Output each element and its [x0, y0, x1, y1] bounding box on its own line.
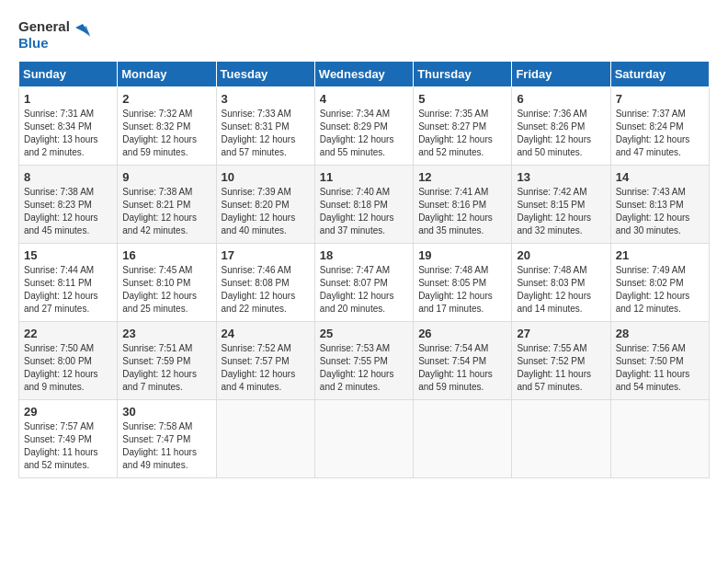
- weekday-header-saturday: Saturday: [610, 62, 709, 87]
- logo-text: GeneralBlue: [18, 18, 70, 52]
- logo: GeneralBlue: [18, 18, 92, 52]
- calendar-cell-28: 28Sunrise: 7:56 AMSunset: 7:50 PMDayligh…: [610, 322, 709, 400]
- calendar-cell-empty: [512, 400, 610, 478]
- calendar-table: SundayMondayTuesdayWednesdayThursdayFrid…: [18, 61, 710, 478]
- weekday-header-thursday: Thursday: [414, 62, 512, 87]
- weekday-header-wednesday: Wednesday: [314, 62, 413, 87]
- calendar-cell-21: 21Sunrise: 7:49 AMSunset: 8:02 PMDayligh…: [610, 244, 709, 322]
- calendar-cell-16: 16Sunrise: 7:45 AMSunset: 8:10 PMDayligh…: [118, 244, 216, 322]
- calendar-cell-empty: [610, 400, 709, 478]
- calendar-cell-12: 12Sunrise: 7:41 AMSunset: 8:16 PMDayligh…: [414, 166, 512, 244]
- calendar-week-1: 1Sunrise: 7:31 AMSunset: 8:34 PMDaylight…: [19, 87, 710, 166]
- calendar-cell-13: 13Sunrise: 7:42 AMSunset: 8:15 PMDayligh…: [512, 166, 610, 244]
- calendar-week-4: 22Sunrise: 7:50 AMSunset: 8:00 PMDayligh…: [19, 322, 710, 400]
- calendar-cell-22: 22Sunrise: 7:50 AMSunset: 8:00 PMDayligh…: [19, 322, 118, 400]
- calendar-cell-10: 10Sunrise: 7:39 AMSunset: 8:20 PMDayligh…: [216, 166, 314, 244]
- calendar-cell-20: 20Sunrise: 7:48 AMSunset: 8:03 PMDayligh…: [512, 244, 610, 322]
- calendar-cell-29: 29Sunrise: 7:57 AMSunset: 7:49 PMDayligh…: [19, 400, 118, 478]
- calendar-cell-empty: [314, 400, 413, 478]
- calendar-cell-14: 14Sunrise: 7:43 AMSunset: 8:13 PMDayligh…: [610, 166, 709, 244]
- calendar-cell-30: 30Sunrise: 7:58 AMSunset: 7:47 PMDayligh…: [118, 400, 216, 478]
- page-header: GeneralBlue: [18, 18, 710, 52]
- calendar-cell-1: 1Sunrise: 7:31 AMSunset: 8:34 PMDaylight…: [19, 87, 118, 166]
- calendar-cell-24: 24Sunrise: 7:52 AMSunset: 7:57 PMDayligh…: [216, 322, 314, 400]
- calendar-cell-19: 19Sunrise: 7:48 AMSunset: 8:05 PMDayligh…: [414, 244, 512, 322]
- calendar-week-5: 29Sunrise: 7:57 AMSunset: 7:49 PMDayligh…: [19, 400, 710, 478]
- calendar-cell-5: 5Sunrise: 7:35 AMSunset: 8:27 PMDaylight…: [414, 87, 512, 166]
- calendar-cell-27: 27Sunrise: 7:55 AMSunset: 7:52 PMDayligh…: [512, 322, 610, 400]
- calendar-cell-4: 4Sunrise: 7:34 AMSunset: 8:29 PMDaylight…: [314, 87, 413, 166]
- calendar-cell-9: 9Sunrise: 7:38 AMSunset: 8:21 PMDaylight…: [118, 166, 216, 244]
- weekday-header-tuesday: Tuesday: [216, 62, 314, 87]
- weekday-header-row: SundayMondayTuesdayWednesdayThursdayFrid…: [19, 62, 710, 87]
- calendar-cell-25: 25Sunrise: 7:53 AMSunset: 7:55 PMDayligh…: [314, 322, 413, 400]
- calendar-cell-15: 15Sunrise: 7:44 AMSunset: 8:11 PMDayligh…: [19, 244, 118, 322]
- calendar-cell-18: 18Sunrise: 7:47 AMSunset: 8:07 PMDayligh…: [314, 244, 413, 322]
- calendar-cell-17: 17Sunrise: 7:46 AMSunset: 8:08 PMDayligh…: [216, 244, 314, 322]
- calendar-cell-8: 8Sunrise: 7:38 AMSunset: 8:23 PMDaylight…: [19, 166, 118, 244]
- calendar-cell-2: 2Sunrise: 7:32 AMSunset: 8:32 PMDaylight…: [118, 87, 216, 166]
- weekday-header-sunday: Sunday: [19, 62, 118, 87]
- calendar-cell-6: 6Sunrise: 7:36 AMSunset: 8:26 PMDaylight…: [512, 87, 610, 166]
- calendar-week-3: 15Sunrise: 7:44 AMSunset: 8:11 PMDayligh…: [19, 244, 710, 322]
- calendar-cell-empty: [414, 400, 512, 478]
- calendar-cell-empty: [216, 400, 314, 478]
- calendar-cell-3: 3Sunrise: 7:33 AMSunset: 8:31 PMDaylight…: [216, 87, 314, 166]
- calendar-cell-26: 26Sunrise: 7:54 AMSunset: 7:54 PMDayligh…: [414, 322, 512, 400]
- calendar-cell-7: 7Sunrise: 7:37 AMSunset: 8:24 PMDaylight…: [610, 87, 709, 166]
- weekday-header-monday: Monday: [118, 62, 216, 87]
- calendar-cell-23: 23Sunrise: 7:51 AMSunset: 7:59 PMDayligh…: [118, 322, 216, 400]
- logo-bird-icon: [74, 20, 92, 50]
- calendar-week-2: 8Sunrise: 7:38 AMSunset: 8:23 PMDaylight…: [19, 166, 710, 244]
- calendar-cell-11: 11Sunrise: 7:40 AMSunset: 8:18 PMDayligh…: [314, 166, 413, 244]
- weekday-header-friday: Friday: [512, 62, 610, 87]
